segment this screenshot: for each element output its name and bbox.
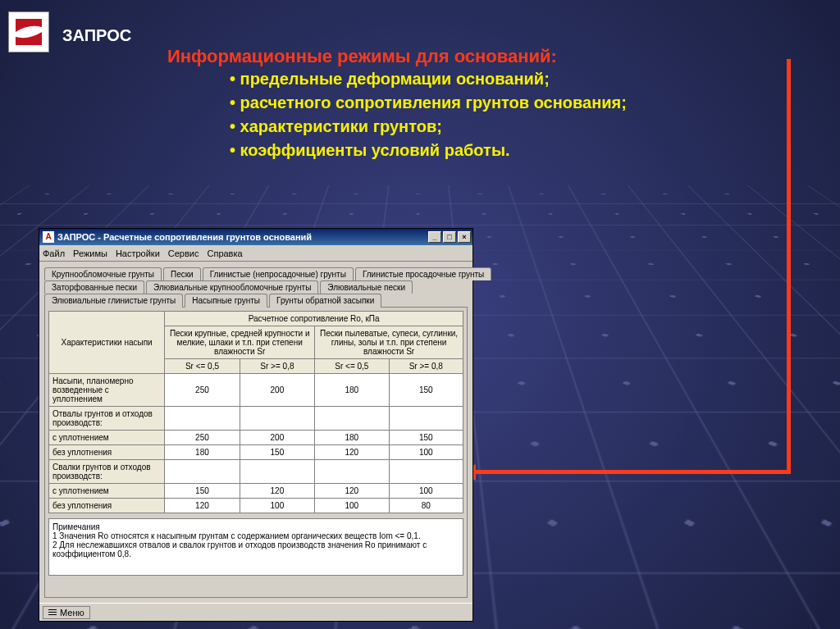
cell: 180 [315, 374, 389, 407]
window-title: ЗАПРОС - Расчетные сопротивления грунтов… [57, 232, 312, 242]
bullet-2: • расчетного сопротивления грунтов основ… [230, 91, 771, 115]
tab-panel: Характеристики насыпи Расчетное сопротив… [44, 307, 468, 598]
table-row: Отвалы грунтов и отходов производств: [49, 407, 463, 431]
hamburger-icon [48, 608, 57, 617]
menu-help[interactable]: Справка [207, 248, 242, 258]
tab-sands[interactable]: Пески [163, 267, 201, 280]
sub-3: Sr >= 0,8 [389, 359, 463, 374]
cell [389, 407, 463, 431]
bullet-4: • коэффициенты условий работы. [230, 139, 771, 162]
maximize-button[interactable]: □ [443, 231, 456, 243]
group2-header: Пески пылеватые, супеси, суглинки, глины… [315, 326, 463, 359]
data-table: Характеристики насыпи Расчетное сопротив… [48, 311, 463, 513]
close-button[interactable]: × [458, 231, 471, 243]
table-row: с уплотнением250200180150 [49, 431, 463, 445]
cell: 120 [315, 445, 389, 460]
cell: 150 [389, 431, 463, 445]
app-logo [8, 11, 49, 52]
notes-box: Примечания 1 Значения Ro относятся к нас… [48, 518, 463, 576]
menu-service[interactable]: Сервис [168, 248, 199, 258]
table-row: с уплотнением150120120100 [49, 484, 463, 499]
cell: 120 [165, 499, 240, 513]
tab-eluv-sands[interactable]: Элювиальные пески [320, 280, 413, 294]
cell: 150 [240, 445, 314, 460]
menubar: Файл Режимы Настройки Сервис Справка [39, 245, 472, 262]
tab-eluv-coarse[interactable]: Элювиальные крупнообломочные грунты [146, 280, 318, 294]
cell [315, 460, 389, 484]
minimize-button[interactable]: _ [428, 231, 441, 243]
app-icon: A [43, 231, 54, 243]
cell: 80 [389, 499, 463, 513]
cell [165, 407, 240, 431]
cell: 250 [165, 431, 240, 445]
statusbar: Меню [39, 603, 472, 621]
note-2: 2 Для неслежавшихся отвалов и свалок гру… [52, 540, 459, 558]
table-row: без уплотнения180150120100 [49, 445, 463, 460]
sub-0: Sr <= 0,5 [165, 359, 240, 374]
tab-clay-np[interactable]: Глинистые (непросадочные) грунты [203, 267, 354, 280]
arrow-horizontal [476, 470, 791, 474]
table-row: без уплотнения12010010080 [49, 499, 463, 513]
cell: 100 [315, 499, 389, 513]
row-label: Свалки грунтов и отходов производств: [49, 460, 165, 484]
table-row: Свалки грунтов и отходов производств: [49, 460, 463, 484]
cell: 250 [165, 374, 240, 407]
menu-settings[interactable]: Настройки [116, 248, 160, 258]
tab-row-3: Элювиальные глинистые грунты Насыпные гр… [44, 293, 468, 307]
tab-row-1: Крупнообломочные грунты Пески Глинистые … [44, 267, 468, 280]
cell: 150 [165, 484, 240, 499]
menu-file[interactable]: Файл [43, 248, 65, 258]
tab-clay-p[interactable]: Глинистые просадочные грунты [355, 267, 491, 280]
sub-1: Sr >= 0,8 [240, 359, 314, 374]
cell [315, 407, 389, 431]
tab-coarse[interactable]: Крупнообломочные грунты [44, 267, 162, 280]
cell: 120 [315, 484, 389, 499]
tab-eluv-clay[interactable]: Элювиальные глинистые грунты [44, 294, 183, 308]
notes-title: Примечания [52, 522, 459, 531]
menu-button[interactable]: Меню [43, 606, 90, 619]
tab-fill-active[interactable]: Насыпные грунты [185, 294, 267, 308]
table-row: Насыпи, планомерно возведенные с уплотне… [49, 374, 463, 407]
cell [240, 460, 314, 484]
menu-button-label: Меню [60, 608, 84, 618]
cell: 100 [389, 484, 463, 499]
client-area: Крупнообломочные грунты Пески Глинистые … [39, 262, 472, 603]
cell [240, 407, 314, 431]
slide-title: ЗАПРОС [62, 26, 131, 45]
cell: 120 [240, 484, 314, 499]
col-rowheader: Характеристики насыпи [49, 312, 165, 374]
menu-modes[interactable]: Режимы [73, 248, 107, 258]
note-1: 1 Значения Ro относятся к насыпным грунт… [52, 531, 459, 540]
cell: 100 [240, 499, 314, 513]
row-label: Насыпи, планомерно возведенные с уплотне… [49, 374, 165, 407]
slide-headline: Информационные режимы для оснований: [167, 46, 758, 67]
group1-header: Пески крупные, средней крупности и мелки… [165, 326, 315, 359]
cell [165, 460, 240, 484]
cell: 100 [389, 445, 463, 460]
sub-2: Sr <= 0,5 [315, 359, 389, 374]
tab-backfill[interactable]: Грунты обратной засыпки [269, 294, 381, 308]
tab-row-2: Заторфованные пески Элювиальные крупнооб… [44, 280, 468, 293]
row-label: с уплотнением [49, 431, 165, 445]
cell: 200 [240, 374, 314, 407]
bullet-3: • характеристики грунтов; [230, 115, 771, 139]
arrow-vertical [787, 59, 791, 474]
row-label: без уплотнения [49, 499, 165, 513]
bullet-1: • предельные деформации оснований; [230, 67, 771, 91]
app-window: A ЗАПРОС - Расчетные сопротивления грунт… [39, 228, 473, 622]
cell: 180 [315, 431, 389, 445]
cell [389, 460, 463, 484]
tab-peated[interactable]: Заторфованные пески [44, 280, 144, 294]
super-header: Расчетное сопротивление Ro, кПа [165, 312, 463, 326]
cell: 180 [165, 445, 240, 460]
titlebar[interactable]: A ЗАПРОС - Расчетные сопротивления грунт… [39, 229, 472, 245]
row-label: с уплотнением [49, 484, 165, 499]
cell: 200 [240, 431, 314, 445]
slide-bullets: • предельные деформации оснований; • рас… [230, 67, 771, 162]
row-label: Отвалы грунтов и отходов производств: [49, 407, 165, 431]
cell: 150 [389, 374, 463, 407]
row-label: без уплотнения [49, 445, 165, 460]
